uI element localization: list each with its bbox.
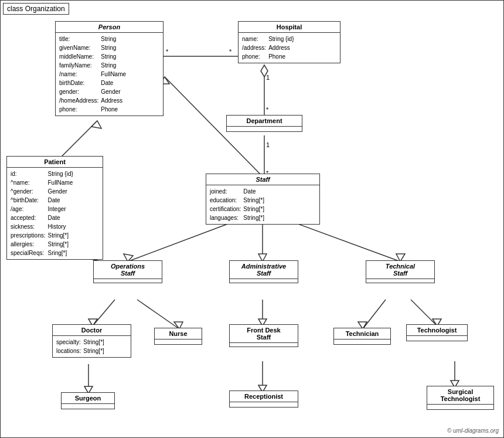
receptionist-class: Receptionist [229,391,298,408]
svg-line-31 [411,300,437,326]
patient-class-header: Patient [7,157,103,168]
patient-class: Patient id:String {id} ^name:FullName ^g… [6,156,103,260]
surgeon-class-body [62,404,114,409]
staff-class-header: Staff [206,174,319,185]
administrative-staff-header: AdministrativeStaff [230,261,298,279]
front-desk-staff-class: Front DeskStaff [229,324,298,347]
svg-line-10 [59,121,97,159]
administrative-staff-body [230,279,298,283]
operations-staff-header: OperationsStaff [94,261,162,279]
person-class-body: title:String givenName:String middleName… [56,33,163,116]
technician-class: Technician [333,328,391,345]
surgeon-class: Surgeon [61,392,115,409]
surgical-technologist-header: SurgicalTechnologist [427,386,493,405]
front-desk-staff-header: Front DeskStaff [230,325,298,343]
svg-text:*: * [229,48,232,55]
doctor-class-body: specialty:String[*] locations:String[*] [53,336,131,357]
svg-line-25 [137,300,179,329]
hospital-class-body: name:String {id} /address:Address phone:… [239,33,340,63]
svg-line-17 [128,223,229,262]
technical-staff-class: TechnicalStaff [366,260,435,283]
nurse-class: Nurse [154,328,202,345]
operations-staff-class: OperationsStaff [93,260,162,283]
svg-text:*: * [266,106,269,113]
doctor-class: Doctor specialty:String[*] locations:Str… [52,324,131,358]
department-class-body [227,127,302,131]
technical-staff-header: TechnicalStaff [366,261,434,279]
receptionist-class-body [230,402,298,407]
front-desk-staff-body [230,343,298,347]
staff-class: Staff joined:Date education:String[*] ce… [206,174,320,225]
doctor-class-header: Doctor [53,325,131,336]
operations-staff-body [94,279,162,283]
technologist-class-header: Technologist [407,325,467,336]
receptionist-class-header: Receptionist [230,391,298,402]
person-class: Person title:String givenName:String mid… [55,21,164,116]
technical-staff-body [366,279,434,283]
svg-marker-11 [91,121,101,128]
technician-class-header: Technician [334,328,390,339]
svg-text:*: * [166,48,169,55]
nurse-class-body [155,339,202,344]
surgical-technologist-class: SurgicalTechnologist [427,386,494,410]
administrative-staff-class: AdministrativeStaff [229,260,298,283]
nurse-class-header: Nurse [155,328,202,339]
diagram-container: class Organization * * 1 * [0,0,504,438]
diagram-title: class Organization [3,3,69,15]
hospital-class: Hospital name:String {id} /address:Addre… [238,21,340,63]
department-class: Department [226,115,302,132]
staff-class-body: joined:Date education:String[*] certific… [206,185,319,224]
surgical-technologist-body [427,405,493,409]
svg-line-23 [93,300,115,326]
svg-line-21 [297,223,400,262]
department-class-header: Department [227,116,302,127]
svg-text:1: 1 [266,141,270,148]
svg-text:1: 1 [266,74,270,81]
surgeon-class-header: Surgeon [62,393,114,404]
technologist-class: Technologist [406,324,468,341]
svg-line-29 [363,300,386,329]
technician-class-body [334,339,390,344]
patient-class-body: id:String {id} ^name:FullName ^gender:Ge… [7,168,103,259]
person-class-header: Person [56,22,163,33]
hospital-class-header: Hospital [239,22,340,33]
technologist-class-body [407,336,467,341]
svg-marker-4 [261,65,268,77]
copyright: © uml-diagrams.org [447,427,499,434]
